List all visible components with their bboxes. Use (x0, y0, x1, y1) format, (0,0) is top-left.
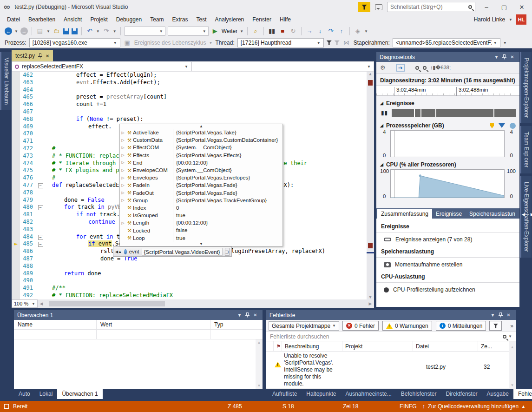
tab-scroll-left-icon[interactable]: ◀ (519, 210, 528, 219)
cpu-chart[interactable]: 100 0 100 0 (380, 169, 516, 198)
user-dropdown-icon[interactable]: ▼ (509, 18, 512, 22)
datatip-property-row[interactable]: ▷⚒FadeIn{ScriptPortal.Vegas.Fade} (120, 181, 282, 189)
record-action[interactable]: CPU-Profilerstellung aufzeichnen (376, 283, 519, 296)
memory-chart[interactable]: 4 0 4 0 (380, 130, 516, 157)
undo-icon[interactable]: ↶ (85, 27, 94, 35)
error-column-headers[interactable]: ⚑ Beschreibung Projekt Datei Ze... ▲ (266, 341, 516, 352)
code-line-488[interactable]: 488 (12, 263, 367, 270)
datatip-property-row[interactable]: ▷⚒Length{00:00:12:00} (120, 219, 282, 226)
watch-column-headers[interactable]: NameWertTyp (14, 320, 263, 330)
expander-icon[interactable]: ▷ (120, 131, 126, 135)
navigate-back-dropdown-icon[interactable]: ▼ (14, 29, 18, 33)
expander-icon[interactable]: ▷ (120, 176, 126, 180)
configuration-combobox[interactable]: ▼ (125, 27, 165, 36)
fold-toggle-icon[interactable]: − (38, 235, 43, 240)
menu-test[interactable]: Test (192, 15, 211, 24)
events-section-header[interactable]: ◢ Ereignisse (376, 98, 519, 108)
datatip[interactable]: ◀▲ evnt {ScriptPortal.Vegas.VideoEvent} … (113, 246, 232, 257)
export-icon[interactable]: ➔ (396, 64, 405, 72)
undo-dropdown-icon[interactable]: ▼ (96, 29, 100, 33)
minimize-button[interactable]: – (480, 4, 493, 11)
datatip-property-row[interactable]: ▷⚒Group{ScriptPortal.Vegas.TrackEventGro… (120, 197, 282, 204)
datatip-property-row[interactable]: ▷⚒CustomData{ScriptPortal.Vegas.CustomDa… (120, 136, 282, 144)
memory-section-header[interactable]: ◢ Prozessspeicher (GB) (376, 120, 519, 130)
code-line-466[interactable]: 466count +=1 (12, 101, 367, 108)
pin-icon[interactable] (500, 54, 508, 60)
datatip-property-row[interactable]: ⚒Looptrue (120, 234, 282, 242)
pin-icon[interactable] (38, 53, 42, 59)
watch-header[interactable]: Überwachen 1 ▼ ✕ (14, 310, 263, 320)
redo-dropdown-icon[interactable]: ▼ (113, 29, 117, 33)
expander-icon[interactable]: ▷ (120, 160, 126, 165)
tab-ereignisse[interactable]: Ereignisse (432, 209, 466, 219)
editor-zoom-combobox[interactable]: 100 %▼ (12, 299, 38, 308)
fold-toggle-icon[interactable]: − (38, 183, 43, 188)
watch-scrollbar[interactable]: ▲▼ (256, 339, 263, 389)
tab-ausgabe[interactable]: Ausgabe (482, 389, 513, 399)
find-icon[interactable]: ⌕ (251, 27, 260, 35)
filter-button[interactable] (489, 321, 502, 331)
scope-combobox[interactable]: Gesamte Projektmappe▼ (269, 321, 339, 331)
window-position-icon[interactable]: ▼ (489, 312, 497, 318)
events-timeline-bar[interactable] (392, 109, 516, 117)
datatip-property-row[interactable]: ▷⚒EffectCOM{System.__ComObject} (120, 144, 282, 151)
menu-ansicht[interactable]: Ansicht (59, 15, 86, 24)
toolbar-overflow-icon[interactable]: » (510, 323, 513, 329)
toolbar-overflow-icon[interactable]: ▼ (364, 29, 368, 33)
quick-launch-search[interactable]: Schnellstart (Strg+Q) (387, 2, 475, 12)
pin-icon[interactable] (497, 312, 505, 318)
error-filter-button[interactable]: ✕0 Fehler (342, 321, 379, 331)
tab--berwachen-1[interactable]: Überwachen 1 (57, 389, 102, 399)
datatip-property-row[interactable]: ▷⚒EnvelopeCOM{System.__ComObject} (120, 166, 282, 174)
datatip-property-row[interactable]: ▷⚒Envelopes{ScriptPortal.Vegas.Envelopes… (120, 174, 282, 181)
datatip-property-row[interactable]: ⚒Index0 (120, 204, 282, 212)
watch-column-name[interactable]: Name (14, 320, 97, 329)
debugbar-overflow-icon[interactable]: ▼ (503, 41, 507, 45)
scroll-right-icon[interactable]: ▶ (367, 301, 374, 306)
close-icon[interactable]: ✕ (508, 54, 516, 60)
process-combobox[interactable]: [10268] vegas160.exe▼ (29, 38, 120, 47)
expander-icon[interactable]: ▷ (120, 198, 126, 202)
maximize-button[interactable]: ▢ (498, 4, 511, 11)
tab-team-explorer[interactable]: Team Explorer (520, 126, 532, 173)
expander-icon[interactable]: ▷ (120, 146, 126, 150)
scroll-left-icon[interactable]: ◀ (38, 301, 45, 306)
scroll-up-icon[interactable]: ▲ (367, 72, 374, 76)
new-file-icon[interactable]: ▤ (36, 27, 44, 35)
close-tab-icon[interactable]: ✕ (46, 53, 49, 59)
source-control-button[interactable]: ↑ Zur Quellcodeverwaltung hinzufügen ▲ (422, 403, 525, 410)
error-list-header[interactable]: Fehlerliste ▼ ✕ (266, 310, 516, 320)
hscroll-thumb[interactable] (49, 301, 165, 306)
reset-view-icon[interactable]: ↕▮�638; (430, 65, 451, 71)
step-into-icon[interactable]: ↓ (316, 27, 324, 35)
menu-extras[interactable]: Extras (168, 15, 192, 24)
navigate-back-button[interactable]: ← (5, 27, 12, 35)
menu-team[interactable]: Team (146, 15, 168, 24)
datatip-pin-icon[interactable]: ⊐ (225, 248, 230, 256)
tab-ausnahmeeinste-[interactable]: Ausnahmeeinste... (341, 389, 396, 399)
tab-auto[interactable]: Auto (14, 389, 35, 399)
tab-visueller-livebaum[interactable]: Visueller Livebaum (0, 52, 12, 110)
datatip-property-row[interactable]: ▷⚒Effects{ScriptPortal.Vegas.Effects} (120, 152, 282, 159)
fold-toggle-icon[interactable]: − (38, 242, 43, 247)
tab-direktfenster[interactable]: Direktfenster (441, 389, 482, 399)
avatar[interactable]: HL (516, 14, 526, 25)
redo-icon[interactable]: ↷ (102, 27, 111, 35)
pin-icon[interactable] (243, 312, 251, 318)
code-line-492[interactable]: 492# * FUNCTION: replaceSelectedMediaFX (12, 292, 367, 299)
info-filter-button[interactable]: i0 Mitteilungen (436, 321, 486, 331)
camera-action[interactable]: Momentaufnahme erstellen (376, 258, 519, 271)
save-icon[interactable] (63, 28, 69, 34)
expander-icon[interactable]: ▷ (120, 183, 126, 187)
code-line-490[interactable]: 490 (12, 277, 367, 285)
stackframe-combobox[interactable]: <unnamed>$5.replaceSelectedEventFX$4▼ (393, 38, 500, 47)
code-line-463[interactable]: 463evnt.Effects.Add(effect); (12, 79, 367, 86)
filter-button[interactable] (358, 2, 370, 12)
search-dropdown-icon[interactable]: ▼ (508, 334, 512, 339)
datatip-expander-icon[interactable]: ◀▲ (115, 250, 122, 254)
lifecycle-events-label[interactable]: Ereignisse des Lebenszyklus (134, 40, 206, 46)
close-icon[interactable]: ✕ (505, 312, 512, 318)
pause-icon[interactable]: ▮▮ (268, 27, 276, 35)
watch-column-typ[interactable]: Typ (210, 320, 263, 329)
tab-haltepunkte[interactable]: Haltepunkte (302, 389, 341, 399)
